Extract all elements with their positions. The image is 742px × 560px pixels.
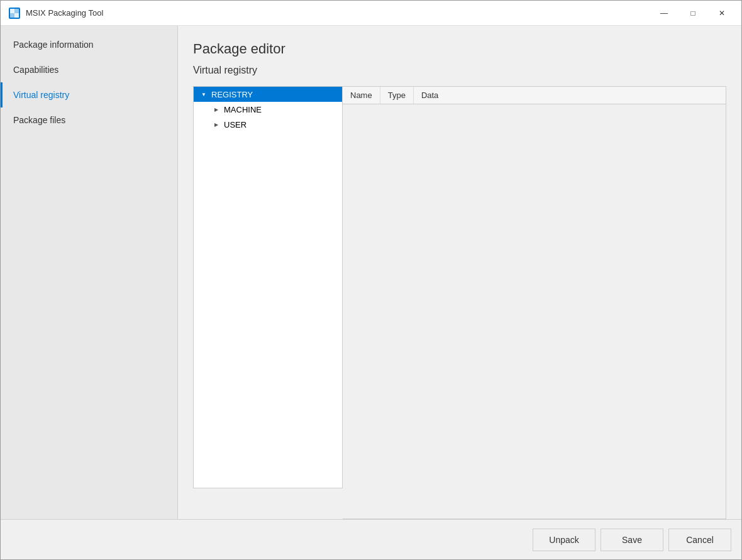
tree-label-machine: MACHINE	[224, 105, 262, 114]
cancel-button[interactable]: Cancel	[668, 529, 731, 551]
tree-label-user: USER	[224, 120, 246, 129]
column-header-name[interactable]: Name	[343, 87, 380, 104]
sidebar-item-package-files[interactable]: Package files	[1, 107, 177, 133]
save-button[interactable]: Save	[601, 529, 663, 551]
tree-item-user[interactable]: USER	[194, 117, 342, 132]
content-area: REGISTRY MACHINE USER	[193, 86, 726, 519]
column-header-type[interactable]: Type	[380, 87, 414, 104]
svg-rect-1	[10, 9, 14, 13]
sidebar: Package information Capabilities Virtual…	[1, 26, 178, 519]
app-icon	[8, 7, 21, 19]
tree-panel[interactable]: REGISTRY MACHINE USER	[193, 86, 343, 488]
sidebar-item-capabilities[interactable]: Capabilities	[1, 57, 177, 82]
right-panel: Package editor Virtual registry REGISTRY…	[178, 26, 741, 519]
tree-expand-user[interactable]	[211, 119, 221, 129]
section-title: Virtual registry	[193, 65, 726, 76]
sidebar-item-virtual-registry[interactable]: Virtual registry	[1, 82, 177, 107]
unpack-button[interactable]: Unpack	[533, 529, 595, 551]
data-panel-header: Name Type Data	[343, 87, 726, 104]
tree-expand-registry[interactable]	[199, 89, 209, 99]
page-title: Package editor	[193, 41, 726, 57]
maximize-button[interactable]: □	[678, 3, 707, 23]
title-bar: MSIX Packaging Tool — □ ✕	[1, 1, 741, 26]
column-header-data[interactable]: Data	[414, 87, 446, 104]
svg-rect-2	[14, 9, 19, 13]
app-title: MSIX Packaging Tool	[26, 8, 103, 18]
title-bar-controls: — □ ✕	[650, 3, 736, 23]
sidebar-item-package-information[interactable]: Package information	[1, 32, 177, 57]
tree-expand-machine[interactable]	[211, 104, 221, 114]
data-panel: Name Type Data	[343, 86, 726, 519]
svg-rect-3	[10, 13, 14, 18]
tree-label-registry: REGISTRY	[211, 90, 253, 99]
svg-rect-4	[14, 13, 19, 18]
tree-item-machine[interactable]: MACHINE	[194, 102, 342, 117]
title-bar-left: MSIX Packaging Tool	[8, 7, 103, 19]
close-button[interactable]: ✕	[707, 3, 736, 23]
tree-item-registry[interactable]: REGISTRY	[194, 87, 342, 102]
minimize-button[interactable]: —	[650, 3, 678, 23]
main-window: MSIX Packaging Tool — □ ✕ Package inform…	[0, 0, 742, 560]
main-content: Package information Capabilities Virtual…	[1, 26, 741, 519]
data-panel-body	[343, 104, 726, 519]
bottom-bar: Unpack Save Cancel	[1, 519, 741, 559]
